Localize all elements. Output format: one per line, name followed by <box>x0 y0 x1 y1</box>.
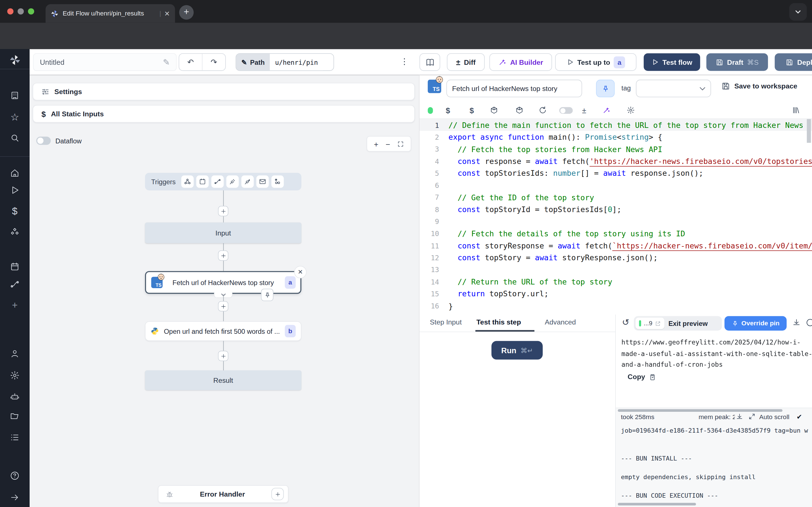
folders-icon[interactable] <box>8 410 21 422</box>
poll-trigger-icon[interactable] <box>271 175 284 188</box>
dataflow-toggle[interactable] <box>36 136 51 145</box>
variables-dollar-icon[interactable]: $ <box>8 205 21 218</box>
edit-name-pencil-icon[interactable]: ✎ <box>163 57 170 67</box>
plus-minus-icon[interactable]: ± <box>579 106 589 115</box>
settings-gear-icon[interactable] <box>8 369 21 381</box>
resources-cubes-icon[interactable] <box>8 226 21 238</box>
insert-step-button[interactable] <box>218 206 229 216</box>
workers-robot-icon[interactable] <box>8 390 21 402</box>
exit-preview-button[interactable]: Exit preview <box>668 320 708 327</box>
pin-toggle-button[interactable] <box>596 80 615 97</box>
test-flow-button[interactable]: Test flow <box>644 53 700 71</box>
runs-play-icon[interactable] <box>8 184 21 196</box>
draft-button[interactable]: Draft ⌘S <box>706 53 768 71</box>
tab-advanced[interactable]: Advanced <box>545 318 576 326</box>
zoom-window-button[interactable] <box>28 8 34 14</box>
flow-name-input[interactable]: Untitled ✎ <box>33 53 177 71</box>
tag-select[interactable] <box>636 80 711 97</box>
step-title-input[interactable]: Fetch url of HackerNews top story <box>446 80 582 97</box>
library-icon[interactable] <box>792 106 801 115</box>
insert-step-button[interactable] <box>218 250 229 261</box>
tab-test-this-step[interactable]: Test this step <box>476 318 521 326</box>
code-editor[interactable]: 1// Define the main function to fetch th… <box>419 119 812 314</box>
new-tab-button[interactable]: + <box>179 5 194 19</box>
zoom-in-icon[interactable]: + <box>374 139 378 148</box>
test-up-to-step-badge[interactable]: a <box>614 56 625 68</box>
path-chip[interactable]: ✎ Path u/henri/pin <box>236 53 334 71</box>
insert-step-button[interactable] <box>218 351 229 361</box>
deploy-button[interactable]: Deploy <box>775 53 812 71</box>
download-logs-icon[interactable] <box>735 413 744 420</box>
copy-result-button[interactable]: Copy <box>627 373 656 381</box>
remove-step-icon[interactable]: ✕ <box>294 266 306 278</box>
email-trigger-icon[interactable] <box>257 175 269 188</box>
resources-dollar-icon[interactable]: $ <box>467 106 476 115</box>
editor-settings-gear-icon[interactable] <box>626 106 636 115</box>
insert-step-button[interactable] <box>218 301 229 312</box>
docs-book-button[interactable] <box>419 53 440 71</box>
more-options-kebab-icon[interactable]: ⋮ <box>400 56 409 66</box>
triggers-node[interactable]: Triggers <box>145 173 301 190</box>
tab-search-chevron-icon[interactable] <box>789 3 807 20</box>
test-up-to-button[interactable]: Test up to a <box>555 53 637 71</box>
pin-chip[interactable] <box>261 289 273 301</box>
user-icon[interactable] <box>8 347 21 359</box>
tab-close-icon[interactable]: ✕ <box>164 10 170 17</box>
reset-icon[interactable] <box>538 106 547 115</box>
websocket-trigger-icon[interactable] <box>226 175 239 188</box>
browser-tab[interactable]: Edit Flow u/henri/pin_results | ✕ <box>46 4 175 23</box>
diff-button[interactable]: ± Diff <box>447 53 485 71</box>
fit-view-icon[interactable] <box>397 140 404 147</box>
zoom-out-icon[interactable]: − <box>386 139 390 148</box>
override-pin-button[interactable]: Override pin <box>725 316 786 330</box>
log-scrollbar-bottom[interactable] <box>618 503 696 505</box>
close-window-button[interactable] <box>7 8 13 14</box>
save-to-workspace-button[interactable]: Save to workspace <box>721 82 797 91</box>
auto-scroll-label[interactable]: Auto scroll <box>759 413 790 421</box>
ai-builder-button[interactable]: AI Builder <box>490 53 552 71</box>
add-error-handler-button[interactable] <box>271 488 284 500</box>
step-node-b[interactable]: Open url and fetch first 500 words of ..… <box>145 321 301 341</box>
run-button[interactable]: Run ⌘↵ <box>492 341 543 359</box>
result-url-line: made-a-useful-ai-assistant-with-one-sqli… <box>621 349 812 361</box>
routes-icon[interactable] <box>8 278 21 290</box>
webhook-trigger-icon[interactable] <box>181 175 194 188</box>
input-node[interactable]: Input <box>145 223 301 243</box>
info-circle-icon[interactable] <box>806 318 812 327</box>
package-icon[interactable] <box>515 106 524 115</box>
redo-button[interactable]: ↷ <box>202 54 225 70</box>
tab-step-input[interactable]: Step Input <box>430 318 462 326</box>
job-chip[interactable]: ...9 <box>636 318 664 329</box>
download-result-icon[interactable] <box>792 318 801 327</box>
ai-wand-icon[interactable] <box>602 106 611 115</box>
error-handler-node[interactable]: Error Handler <box>158 485 289 503</box>
editor-scrollbar[interactable] <box>807 119 811 143</box>
windmill-logo[interactable] <box>8 54 21 66</box>
schedule-trigger-icon[interactable] <box>196 175 209 188</box>
diff-mode-toggle[interactable] <box>559 107 573 114</box>
help-icon[interactable] <box>8 469 21 482</box>
variables-dollar-icon[interactable]: $ <box>443 106 453 115</box>
home-icon[interactable] <box>8 166 21 179</box>
favorites-star-icon[interactable]: ☆ <box>8 111 21 123</box>
result-node[interactable]: Result <box>145 371 301 390</box>
auto-scroll-check-icon[interactable]: ✔ <box>797 413 802 421</box>
all-static-inputs-bar[interactable]: $ All Static Inputs <box>33 105 415 122</box>
workspace-icon[interactable] <box>8 89 21 101</box>
expand-sidebar-arrow-icon[interactable] <box>8 491 21 503</box>
history-icon[interactable]: ↺ <box>622 317 629 328</box>
schedules-calendar-icon[interactable] <box>8 260 21 273</box>
external-link-icon[interactable] <box>655 321 661 326</box>
step-node-a[interactable]: TS Fetch url of HackerNews top story a ✕ <box>145 271 301 294</box>
log-scrollbar-top[interactable] <box>618 409 782 412</box>
flow-settings-bar[interactable]: Settings <box>33 83 415 100</box>
search-icon[interactable] <box>8 131 21 144</box>
logs-list-icon[interactable] <box>8 431 21 443</box>
kafka-trigger-icon[interactable] <box>241 175 254 188</box>
package-icon[interactable] <box>490 106 499 115</box>
expand-logs-icon[interactable] <box>748 413 756 420</box>
undo-button[interactable]: ↶ <box>179 54 203 70</box>
minimize-window-button[interactable] <box>17 8 24 14</box>
route-trigger-icon[interactable] <box>211 175 224 188</box>
add-plus-icon[interactable]: + <box>8 299 21 312</box>
